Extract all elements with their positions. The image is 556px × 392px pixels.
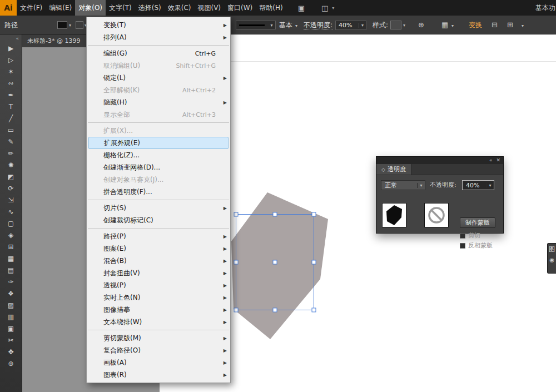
arrange-documents-icon[interactable]: ▣ xyxy=(294,0,309,16)
eye-icon[interactable]: ◉ xyxy=(549,257,554,263)
symbol-sprayer-tool[interactable]: ▨ xyxy=(0,299,22,311)
grid-options-icon[interactable]: ▦ xyxy=(441,16,448,34)
line-segment-tool[interactable]: ╱ xyxy=(0,112,22,124)
more-options-caret-icon[interactable]: ▾ xyxy=(522,23,524,28)
pencil-tool[interactable]: ✏ xyxy=(0,147,22,159)
blend-mode-dropdown[interactable]: 正常 ▾ xyxy=(381,180,425,190)
workspace-label[interactable]: 基本功 xyxy=(535,0,556,16)
menu-view[interactable]: 视图(V) xyxy=(194,0,224,16)
grid-options-caret-icon[interactable]: ▾ xyxy=(451,23,454,28)
transparency-panel-tab[interactable]: ◇ 透明度 xyxy=(376,164,411,175)
make-mask-button[interactable]: 制作蒙版 xyxy=(460,217,495,228)
menu-effect[interactable]: 效果(C) xyxy=(165,0,195,16)
object-thumbnail[interactable] xyxy=(382,203,406,227)
type-tool[interactable]: T xyxy=(0,101,22,112)
brush-definition-label[interactable]: 基本 xyxy=(279,16,292,34)
panel-title-bar[interactable]: « ✕ xyxy=(376,157,503,164)
menu-item-transform[interactable]: 变换(T) ▶ xyxy=(87,19,230,31)
rectangle-tool[interactable]: ▭ xyxy=(0,124,22,136)
column-graph-tool[interactable]: ▥ xyxy=(0,311,22,322)
workspace-switcher-caret-icon[interactable]: ▾ xyxy=(332,0,334,16)
scale-tool[interactable]: ⇲ xyxy=(0,194,22,206)
panel-close-icon[interactable]: ✕ xyxy=(496,157,500,164)
panel-collapse-icon[interactable]: « xyxy=(489,157,493,164)
direct-selection-tool[interactable]: ▷ xyxy=(0,54,22,66)
align-icon[interactable]: ⊟ xyxy=(492,16,498,34)
gradient-tool[interactable]: ▤ xyxy=(0,264,22,276)
rotate-tool[interactable]: ⟳ xyxy=(0,182,22,194)
menu-item-clipping-mask[interactable]: 剪切蒙版(M) ▶ xyxy=(87,332,230,344)
slice-tool[interactable]: ✂ xyxy=(0,334,22,346)
stroke-weight-caret-icon[interactable]: ▾ xyxy=(268,23,275,28)
transform-link[interactable]: 变换 xyxy=(469,16,482,34)
blend-mode-caret-icon[interactable]: ▾ xyxy=(417,183,425,188)
menu-select[interactable]: 选择(S) xyxy=(135,0,165,16)
menu-item-arrange[interactable]: 排列(A) ▶ xyxy=(87,31,230,43)
stroke-weight-dropdown[interactable]: ▾ xyxy=(236,21,276,29)
menu-item-text-wrap[interactable]: 文本绕排(W) ▶ xyxy=(87,316,230,328)
menu-item-path[interactable]: 路径(P) ▶ xyxy=(87,230,230,242)
menu-item-lock[interactable]: 锁定(L) ▶ xyxy=(87,72,230,84)
menu-item-pattern[interactable]: 图案(E) ▶ xyxy=(87,242,230,255)
mask-thumbnail[interactable] xyxy=(424,203,449,227)
menu-object[interactable]: 对象(O) xyxy=(75,0,106,16)
selection-tool[interactable]: ▶ xyxy=(0,42,22,54)
menu-item-hide[interactable]: 隐藏(H) ▶ xyxy=(87,96,230,108)
fill-color-caret-icon[interactable]: ▾ xyxy=(69,23,71,28)
layers-dock-tab-label[interactable]: 图 xyxy=(549,246,555,253)
artboard-tool[interactable]: ▣ xyxy=(0,322,22,334)
zoom-tool[interactable]: ⊕ xyxy=(0,358,22,369)
pen-tool[interactable]: ✒ xyxy=(0,89,22,101)
shape-builder-tool[interactable]: ◈ xyxy=(0,229,22,241)
panel-opacity-caret-icon[interactable]: ▾ xyxy=(486,183,494,188)
invert-mask-checkbox[interactable]: 反相蒙版 xyxy=(460,241,493,250)
menu-item-group[interactable]: 编组(G) Ctrl+G xyxy=(87,47,230,59)
style-swatch[interactable] xyxy=(390,21,401,29)
free-transform-tool[interactable]: ▢ xyxy=(0,217,22,229)
opacity-field[interactable]: 40% ▾ xyxy=(335,21,366,30)
width-tool[interactable]: ∿ xyxy=(0,206,22,217)
menu-item-live-paint[interactable]: 实时上色(N) ▶ xyxy=(87,291,230,304)
lasso-tool[interactable]: ∾ xyxy=(0,77,22,89)
menu-help[interactable]: 帮助(H) xyxy=(256,0,286,16)
menu-window[interactable]: 窗口(W) xyxy=(224,0,256,16)
eraser-tool[interactable]: ◩ xyxy=(0,171,22,182)
toolbar-collapse-icon[interactable]: « xyxy=(0,34,22,42)
distribute-icon[interactable]: ⊞ xyxy=(507,16,513,34)
menu-item-graph[interactable]: 图表(R) ▶ xyxy=(87,369,230,381)
menu-item-flatten-transparency[interactable]: 拼合透明度(F)... xyxy=(87,186,230,198)
opacity-caret-icon[interactable]: ▾ xyxy=(359,23,366,28)
clip-checkbox[interactable]: 剪切 xyxy=(460,231,480,240)
menu-file[interactable]: 文件(F) xyxy=(17,0,46,16)
opacity-label[interactable]: 不透明度: xyxy=(304,21,332,30)
menu-item-perspective[interactable]: 透视(P) ▶ xyxy=(87,279,230,291)
workspace-switcher-icon[interactable]: ◫ xyxy=(317,0,332,16)
brush-definition-caret-icon[interactable]: ▾ xyxy=(295,23,297,28)
blend-tool[interactable]: ❖ xyxy=(0,287,22,299)
menu-type[interactable]: 文字(T) xyxy=(106,0,135,16)
globe-icon[interactable]: ⊕ xyxy=(418,16,424,34)
perspective-grid-tool[interactable]: ⊞ xyxy=(0,241,22,252)
style-caret-icon[interactable]: ▾ xyxy=(403,23,405,28)
menu-item-expand-appearance[interactable]: 扩展外观(E) xyxy=(88,137,229,149)
magic-wand-tool[interactable]: ✶ xyxy=(0,66,22,77)
mesh-tool[interactable]: ▦ xyxy=(0,252,22,264)
panel-opacity-field[interactable]: 40% ▾ xyxy=(462,180,494,190)
paintbrush-tool[interactable]: ✎ xyxy=(0,136,22,147)
menu-item-slice[interactable]: 切片(S) ▶ xyxy=(87,202,230,214)
stroke-color-swatch[interactable] xyxy=(76,21,83,29)
hand-tool[interactable]: ✥ xyxy=(0,346,22,358)
collapsed-panel-dock[interactable]: 图 ◉ xyxy=(547,243,556,274)
blob-brush-tool[interactable]: ✺ xyxy=(0,159,22,171)
menu-item-create-trim-marks[interactable]: 创建裁切标记(C) xyxy=(87,214,230,226)
menu-edit[interactable]: 编辑(E) xyxy=(46,0,75,16)
menu-item-create-gradient-mesh[interactable]: 创建渐变网格(D)... xyxy=(87,161,230,173)
menu-item-compound-path[interactable]: 复合路径(O) ▶ xyxy=(87,344,230,356)
menu-item-image-trace[interactable]: 图像描摹 ▶ xyxy=(87,304,230,316)
fill-color-swatch[interactable] xyxy=(57,21,67,29)
checkbox-icon[interactable] xyxy=(460,233,465,239)
menu-item-blend[interactable]: 混合(B) ▶ xyxy=(87,255,230,267)
menu-item-rasterize[interactable]: 栅格化(Z)... xyxy=(87,149,230,161)
eyedropper-tool[interactable]: ✑ xyxy=(0,276,22,287)
checkbox-icon[interactable] xyxy=(460,243,465,249)
